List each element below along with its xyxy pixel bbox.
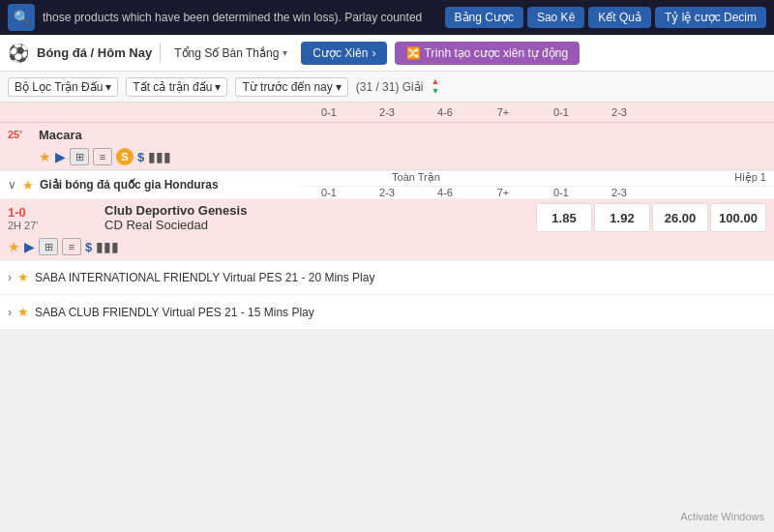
honduras-match-data: 1-0 2H 27' Club Deportivo Genesis CD Rea… (0, 199, 774, 259)
macara-coin-icon[interactable]: S (116, 148, 134, 165)
lc-01b: 0-1 (532, 187, 590, 198)
odd-01[interactable]: 1.85 (536, 203, 592, 232)
soccer-icon: ⚽ (8, 43, 29, 64)
match-score-time: 1-0 2H 27' (8, 203, 104, 232)
macara-list-icon[interactable]: ≡ (93, 148, 112, 165)
odd-23[interactable]: 1.92 (594, 203, 650, 232)
macara-grid-icon[interactable]: ⊞ (70, 148, 89, 165)
bang-cuoc-button[interactable]: Bảng Cược (445, 7, 523, 28)
col-h-01b: 0-1 (532, 106, 590, 118)
lc-23: 2-3 (358, 187, 416, 198)
macara-time: 25' (8, 129, 39, 140)
chevron-down-icon: ▾ (283, 47, 287, 58)
saba-club-star-icon[interactable]: ★ (17, 305, 29, 319)
lc-46: 4-6 (416, 187, 474, 198)
honduras-match-icons-row: ★ ▶ ⊞ ≡ $ ▮▮▮ (0, 236, 774, 259)
honduras-match-row: 1-0 2H 27' Club Deportivo Genesis CD Rea… (0, 199, 774, 236)
chevron-down-icon: ▾ (105, 80, 111, 94)
cuoc-xien-button[interactable]: Cược Xiên › (301, 42, 387, 65)
bo-loc-dropdown[interactable]: Bộ Lọc Trận Đấu ▾ (8, 77, 118, 97)
saba-intl-star-icon[interactable]: ★ (17, 270, 29, 284)
total-goals-dropdown[interactable]: Tổng Số Bàn Thắng ▾ (168, 44, 293, 62)
divider (160, 44, 161, 63)
total-goals-label: Tổng Số Bàn Thắng (174, 46, 279, 60)
col-h-01: 0-1 (300, 106, 358, 118)
top-bar: 🔍 those products which have been determi… (0, 0, 774, 35)
honduras-star-icon[interactable]: ★ (8, 239, 20, 254)
honduras-cols-row: 0-1 2-3 4-6 7+ 0-1 2-3 (300, 187, 774, 198)
macara-match-group: 25' Macara ★ ▶ ⊞ ≡ S $ ▮▮▮ (0, 123, 774, 170)
team2-name: CD Real Sociedad (104, 218, 536, 232)
saba-club-row[interactable]: › ★ SABA CLUB FRIENDLY Virtual PES 21 - … (0, 295, 774, 330)
sport-label: Bóng đá / Hôm Nay (37, 45, 152, 60)
saba-intl-expand-icon[interactable]: › (8, 271, 12, 284)
chevron-right-icon: › (372, 46, 375, 60)
honduras-bar-icon[interactable]: ▮▮▮ (96, 239, 119, 254)
sort-up-icon: ▲ (431, 77, 439, 86)
bo-loc-label: Bộ Lọc Trận Đấu (15, 80, 103, 94)
tu-truoc-label: Từ trước đến nay (242, 80, 332, 94)
odd-7plus[interactable]: 100.00 (710, 203, 766, 232)
col-header-row: 0-1 2-3 4-6 7+ 0-1 2-3 (0, 103, 774, 123)
macara-bar-icon[interactable]: ▮▮▮ (148, 149, 171, 164)
honduras-col-area: Toàn Trận Hiệp 1 0-1 2-3 4-6 7+ 0-1 2-3 (300, 171, 774, 198)
odd-46[interactable]: 26.00 (652, 203, 708, 232)
col-h-46: 4-6 (416, 106, 474, 118)
filter-bar: Bộ Lọc Trận Đấu ▾ Tất cả trận đấu ▾ Từ t… (0, 72, 774, 103)
top-buttons: Bảng Cược Sao Kê Kết Quả Tỷ lệ cược Deci… (445, 7, 766, 28)
saba-club-label: SABA CLUB FRIENDLY Virtual PES 21 - 15 M… (35, 306, 314, 319)
sub-nav: ⚽ Bóng đá / Hôm Nay Tổng Số Bàn Thắng ▾ … (0, 35, 774, 72)
macara-header-row: 25' Macara (0, 123, 774, 146)
macara-play-icon[interactable]: ▶ (55, 149, 66, 164)
search-icon-wrap: 🔍 (8, 4, 35, 31)
main-content: 0-1 2-3 4-6 7+ 0-1 2-3 25' Macara ★ ▶ ⊞ … (0, 103, 774, 532)
macara-icons-row: ★ ▶ ⊞ ≡ S $ ▮▮▮ (0, 146, 774, 169)
activate-windows-text: Activate Windows (680, 511, 764, 522)
macara-team-name: Macara (39, 128, 766, 142)
sort-arrows[interactable]: ▲ ▼ (431, 77, 439, 96)
saba-club-expand-icon[interactable]: › (8, 306, 12, 319)
honduras-match-group: ∨ ★ Giải bóng đá quốc gia Honduras Toàn … (0, 170, 774, 260)
cuoc-xien-label: Cược Xiên (313, 46, 368, 60)
chevron-down-icon: ▾ (215, 80, 221, 94)
ket-qua-button[interactable]: Kết Quả (588, 7, 651, 28)
trinh-tao-button[interactable]: 🔀 Trình tạo cược xiên tự động (395, 42, 580, 65)
match-count: (31 / 31) Giải (356, 80, 424, 94)
match-time2: 2H 27' (8, 220, 104, 231)
sao-ke-button[interactable]: Sao Kê (527, 7, 584, 28)
search-text: those products which have been determine… (43, 11, 437, 24)
tat-ca-tran-dropdown[interactable]: Tất cả trận đấu ▾ (126, 77, 227, 97)
hiep1-label: Hiệp 1 (532, 171, 774, 187)
saba-intl-row[interactable]: › ★ SABA INTERNATIONAL FRIENDLY Virtual … (0, 260, 774, 295)
honduras-collapse-icon[interactable]: ∨ (8, 178, 16, 192)
team1-name: Club Deportivo Genesis (104, 203, 536, 218)
honduras-league-name: Giải bóng đá quốc gia Honduras (40, 178, 292, 192)
honduras-league-header: ∨ ★ Giải bóng đá quốc gia Honduras Toàn … (0, 170, 774, 199)
lc-7plus: 7+ (474, 187, 532, 198)
chevron-down-icon: ▾ (336, 80, 342, 94)
match-score: 1-0 (8, 205, 104, 220)
honduras-dollar-icon[interactable]: $ (85, 240, 92, 254)
col-h-7plus: 7+ (474, 106, 532, 118)
honduras-star-icon[interactable]: ★ (22, 178, 34, 192)
sort-down-icon: ▼ (431, 87, 439, 96)
tat-ca-label: Tất cả trận đấu (133, 80, 212, 94)
lc-01: 0-1 (300, 187, 358, 198)
match-teams: Club Deportivo Genesis CD Real Sociedad (104, 203, 536, 232)
honduras-list-icon[interactable]: ≡ (62, 238, 81, 255)
honduras-play-icon[interactable]: ▶ (24, 239, 35, 254)
macara-star-icon[interactable]: ★ (39, 149, 51, 164)
trinh-tao-label: 🔀 Trình tạo cược xiên tự động (406, 46, 568, 60)
col-h-23b: 2-3 (590, 106, 648, 118)
tu-truoc-dropdown[interactable]: Từ trước đến nay ▾ (235, 77, 347, 97)
col-h-23: 2-3 (358, 106, 416, 118)
ty-le-button[interactable]: Tỷ lệ cược Decim (655, 7, 766, 28)
macara-dollar-icon[interactable]: $ (137, 150, 144, 164)
lc-23b: 2-3 (590, 187, 648, 198)
col-headers: 0-1 2-3 4-6 7+ 0-1 2-3 (300, 106, 648, 118)
toan-tran-label: Toàn Trận (300, 171, 532, 187)
honduras-grid-icon[interactable]: ⊞ (39, 238, 58, 255)
honduras-league-left: ∨ ★ Giải bóng đá quốc gia Honduras (0, 172, 300, 198)
search-icon: 🔍 (14, 10, 30, 25)
saba-intl-label: SABA INTERNATIONAL FRIENDLY Virtual PES … (35, 271, 374, 284)
